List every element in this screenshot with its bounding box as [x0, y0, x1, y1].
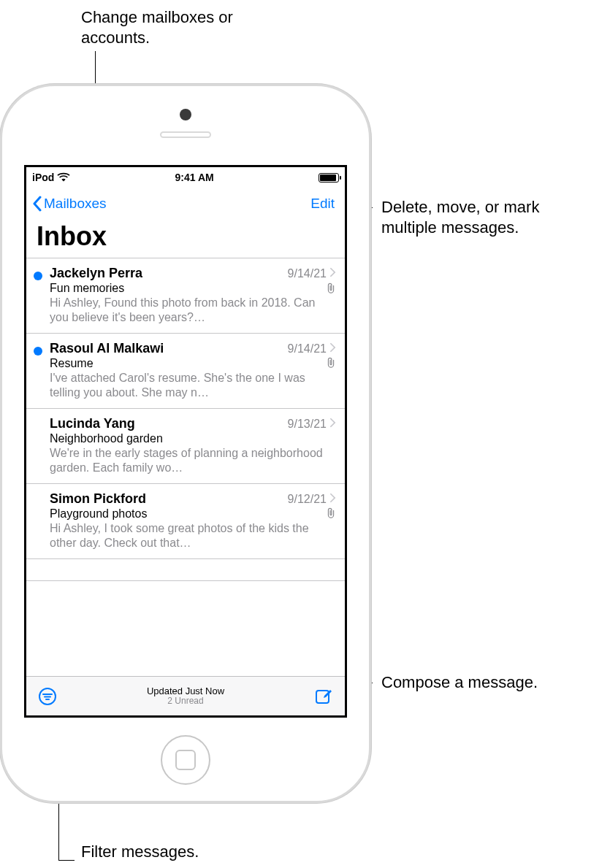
subject: Resume	[50, 357, 321, 370]
date: 9/12/21	[288, 493, 327, 506]
message-list[interactable]: Jackelyn Perra 9/14/21 Fun memories Hi A…	[26, 258, 345, 715]
subject: Playground photos	[50, 507, 321, 521]
subject: Fun memories	[50, 282, 321, 295]
chevron-right-icon	[329, 342, 336, 353]
sender: Jackelyn Perra	[50, 266, 288, 281]
status-bar: iPod 9:41 AM	[26, 167, 345, 188]
screen: iPod 9:41 AM Mailboxes Edit In	[24, 165, 347, 718]
compose-button[interactable]	[313, 685, 335, 707]
message-row[interactable]: Simon Pickford 9/12/21 Playground photos…	[26, 484, 345, 559]
updated-label: Updated Just Now	[147, 686, 224, 696]
status-time: 9:41 AM	[175, 172, 214, 183]
device-frame: iPod 9:41 AM Mailboxes Edit In	[0, 84, 371, 803]
chevron-right-icon	[329, 267, 336, 277]
device-speaker	[160, 131, 211, 138]
unread-dot-icon	[34, 272, 42, 280]
callout-compose: Compose a message.	[381, 672, 538, 693]
date: 9/13/21	[288, 418, 327, 431]
filter-button[interactable]	[37, 685, 58, 707]
preview: Hi Ashley, I took some great photos of t…	[50, 521, 336, 551]
message-row[interactable]	[26, 559, 345, 581]
preview: We're in the early stages of planning a …	[50, 446, 336, 476]
chevron-right-icon	[329, 418, 336, 428]
nav-bar: Mailboxes Edit	[26, 188, 345, 220]
home-button[interactable]	[161, 735, 210, 785]
bottom-toolbar: Updated Just Now 2 Unread	[26, 676, 345, 715]
toolbar-status: Updated Just Now 2 Unread	[147, 686, 224, 706]
attachment-icon	[326, 357, 336, 369]
back-mailboxes-button[interactable]: Mailboxes	[32, 196, 107, 212]
chevron-right-icon	[329, 493, 336, 503]
message-row[interactable]: Rasoul Al Malkawi 9/14/21 Resume I've at…	[26, 334, 345, 409]
subject: Neighborhood garden	[50, 432, 336, 445]
callout-filter: Filter messages.	[81, 842, 199, 862]
chevron-left-icon	[32, 196, 42, 212]
sender: Simon Pickford	[50, 491, 288, 507]
message-row[interactable]: Jackelyn Perra 9/14/21 Fun memories Hi A…	[26, 258, 345, 334]
callout-mailboxes: Change mailboxes or accounts.	[81, 7, 286, 47]
carrier-label: iPod	[32, 172, 54, 183]
battery-icon	[319, 173, 339, 183]
preview: Hi Ashley, Found this photo from back in…	[50, 296, 336, 326]
filter-icon	[38, 687, 57, 706]
wifi-icon	[57, 172, 70, 183]
unread-dot-icon	[34, 347, 42, 356]
edit-button[interactable]: Edit	[310, 196, 339, 212]
sender: Lucinda Yang	[50, 416, 288, 431]
back-label: Mailboxes	[44, 196, 107, 212]
date: 9/14/21	[288, 267, 327, 280]
message-row[interactable]: Lucinda Yang 9/13/21 Neighborhood garden…	[26, 409, 345, 484]
sender: Rasoul Al Malkawi	[50, 341, 288, 356]
attachment-icon	[326, 507, 336, 519]
svg-rect-4	[316, 691, 329, 703]
date: 9/14/21	[288, 342, 327, 356]
leader-filter-h	[58, 860, 75, 861]
unread-count-label: 2 Unread	[147, 696, 224, 706]
page-title: Inbox	[26, 220, 345, 258]
attachment-icon	[326, 283, 336, 294]
callout-edit: Delete, move, or mark multiple messages.	[381, 197, 586, 237]
compose-icon	[314, 687, 333, 706]
preview: I've attached Carol's resume. She's the …	[50, 371, 336, 401]
